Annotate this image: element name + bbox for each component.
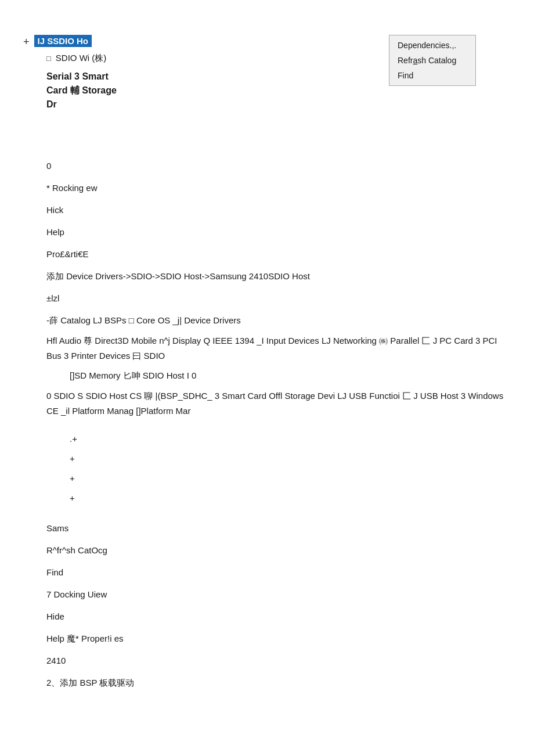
content-line-14: + [70, 491, 511, 505]
text-line-2: Hick [46, 205, 63, 215]
menu-item-find[interactable]: Find [389, 68, 475, 83]
text-line-18: 7 Docking Uiew [46, 589, 107, 599]
text-line-6: ±lzl [46, 293, 59, 303]
text-line-13: + [70, 473, 75, 483]
content-line-21: 2410 [46, 654, 511, 668]
text-line-1: * Rocking ew [46, 183, 98, 193]
content-line-20: Help 魔* Proper!i es [46, 632, 511, 646]
page-content: + IJ SSDIO Ho □ SDIO Wi (株) Serial 3 Sma… [23, 35, 511, 690]
top-area: + IJ SSDIO Ho □ SDIO Wi (株) Serial 3 Sma… [23, 35, 511, 151]
sdio-highlighted-item[interactable]: IJ SSDIO Ho [34, 35, 92, 47]
content-line-19: Hide [46, 610, 511, 624]
title-line1: Serial 3 Smart [46, 71, 109, 81]
content-line-11: .+ [70, 432, 511, 446]
expand-icon[interactable]: + [23, 36, 30, 48]
text-line-8: Hfl Audio 尊 Direct3D Mobile n^j Display … [46, 336, 497, 361]
content-line-8: Hfl Audio 尊 Direct3D Mobile n^j Display … [46, 333, 511, 363]
text-line-16: R^fr^sh CatOcg [46, 545, 107, 555]
content-line-1: * Rocking ew [46, 181, 511, 195]
text-line-19: Hide [46, 611, 64, 621]
text-line-0: 0 [46, 161, 51, 171]
menu-item-dependencies[interactable]: Dependencies.,. [389, 38, 475, 53]
text-line-11: .+ [70, 434, 77, 444]
text-line-3: Help [46, 227, 64, 237]
text-line-7: -薛 Catalog LJ BSPs □ Core OS _j| Device … [46, 315, 241, 325]
sdio-wifi-label: SDIO Wi (株) [56, 53, 107, 64]
content-line-16: R^fr^sh CatOcg [46, 543, 511, 557]
content-line-12: + [70, 452, 511, 466]
checkbox-icon[interactable]: □ [46, 54, 51, 63]
content-line-22: 2、添加 BSP 板载驱动 [46, 676, 511, 690]
title-line3: Dr [46, 99, 57, 109]
content-line-17: Find [46, 566, 511, 579]
text-line-20: Help 魔* Proper!i es [46, 633, 124, 643]
text-line-4: Pro£&rti€E [46, 249, 89, 259]
title-line2: Card 輔 Storage [46, 85, 117, 95]
text-line-14: + [70, 493, 75, 503]
content-line-0: 0 [46, 159, 511, 173]
text-line-5: 添加 Device Drivers->SDIO->SDIO Host->Sams… [46, 271, 310, 281]
menu-item-refresh[interactable]: Refrash Catalog [389, 53, 475, 68]
text-line-10: 0 SDIO S SDIO Host CS 聊 |(BSP_SDHC_ 3 Sm… [46, 391, 503, 416]
context-menu: Dependencies.,. Refrash Catalog Find [389, 35, 476, 86]
content-line-6: ±lzl [46, 291, 511, 305]
content-line-10: 0 SDIO S SDIO Host CS 聊 |(BSP_SDHC_ 3 Sm… [46, 388, 511, 418]
text-line-21: 2410 [46, 656, 66, 665]
text-line-12: + [70, 453, 75, 463]
content-line-5: 添加 Device Drivers->SDIO->SDIO Host->Sams… [46, 269, 511, 283]
content-line-4: Pro£&rti€E [46, 247, 511, 261]
text-line-15: Sams [46, 523, 68, 533]
text-line-9: []SD Memory 匕呻 SDIO Host I 0 [70, 370, 196, 380]
content-line-7: -薛 Catalog LJ BSPs □ Core OS _j| Device … [46, 314, 511, 327]
refresh-label: Refrash Catalog [398, 56, 456, 65]
text-line-22: 2、添加 BSP 板载驱动 [46, 678, 134, 687]
text-line-17: Find [46, 567, 63, 577]
content-line-18: 7 Docking Uiew [46, 588, 511, 602]
content-line-13: + [70, 471, 511, 485]
content-line-2: Hick [46, 203, 511, 217]
content-line-9: []SD Memory 匕呻 SDIO Host I 0 [70, 369, 511, 383]
content-line-15: Sams [46, 521, 511, 535]
content-line-3: Help [46, 225, 511, 239]
sdio-item-row: IJ SSDIO Ho [34, 35, 92, 47]
